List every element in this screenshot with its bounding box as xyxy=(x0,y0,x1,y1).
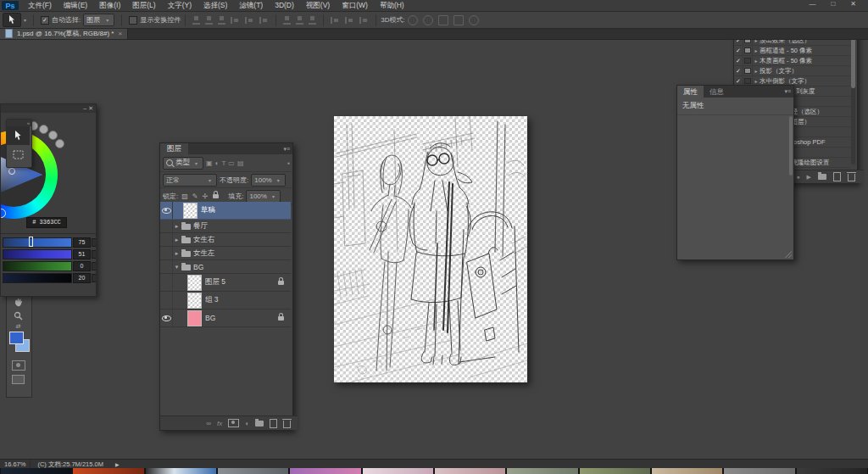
action-name[interactable]: 水中倒影（文字） xyxy=(760,77,810,86)
expand-arrow-icon[interactable] xyxy=(173,223,181,230)
filter-shape-icon[interactable]: ▭ xyxy=(228,159,235,167)
action-row[interactable]: ✓ 投影（文字） xyxy=(734,66,850,76)
slider-value[interactable]: 51 xyxy=(73,249,91,259)
visibility-toggle[interactable] xyxy=(160,220,173,232)
slider-track[interactable] xyxy=(3,273,72,283)
3d-rotate-icon[interactable] xyxy=(408,15,418,25)
actions-scrollbar[interactable] xyxy=(851,27,855,165)
menu-item[interactable]: 图像(I) xyxy=(93,1,126,11)
lock-pixels-icon[interactable]: ✎ xyxy=(192,192,198,200)
tools-panel-collapse-icon[interactable]: » xyxy=(7,120,31,126)
taskbar-thumbnail[interactable] xyxy=(218,468,288,474)
close-tab-icon[interactable]: × xyxy=(118,30,122,37)
tab-properties[interactable]: 属性 xyxy=(677,86,704,98)
new-set-icon[interactable] xyxy=(818,174,826,180)
lock-transparent-icon[interactable]: ▨ xyxy=(181,192,188,200)
3d-drag-icon[interactable] xyxy=(438,15,448,25)
taskbar-thumbnail[interactable] xyxy=(363,468,433,474)
resize-grip[interactable] xyxy=(785,251,792,258)
layer-name[interactable]: 组 3 xyxy=(205,295,291,305)
wheel-button-6[interactable] xyxy=(55,139,64,148)
layer-name[interactable]: BG xyxy=(193,263,291,271)
layer-row[interactable]: 女生右 xyxy=(160,233,291,247)
layer-row[interactable]: BG xyxy=(160,260,291,274)
menu-item[interactable]: 滤镜(T) xyxy=(233,1,269,11)
visibility-toggle[interactable] xyxy=(160,260,173,273)
menu-item[interactable]: 图层(L) xyxy=(126,1,161,11)
taskbar-thumbnail[interactable] xyxy=(146,468,216,474)
wheel-button-4[interactable] xyxy=(39,125,48,134)
visibility-toggle[interactable] xyxy=(160,274,173,291)
blend-mode-dropdown[interactable]: 正常 ▾ xyxy=(163,174,217,187)
menu-item[interactable]: 文件(F) xyxy=(22,1,58,11)
filter-smartobject-icon[interactable]: ▤ xyxy=(237,159,244,167)
taskbar-thumbnail[interactable] xyxy=(290,468,360,474)
3d-scale-icon[interactable] xyxy=(469,15,479,25)
taskbar-thumbnail[interactable] xyxy=(724,468,794,474)
visibility-toggle[interactable] xyxy=(160,233,173,246)
expand-arrow-icon[interactable] xyxy=(753,47,760,53)
delete-action-icon[interactable] xyxy=(848,174,855,181)
expand-arrow-icon[interactable] xyxy=(753,78,760,84)
expand-arrow-icon[interactable] xyxy=(173,264,181,270)
play-icon[interactable]: ▶ xyxy=(807,174,811,181)
layer-thumbnail[interactable] xyxy=(187,275,202,291)
action-check-icon[interactable]: ✓ xyxy=(734,66,743,75)
action-dialog-toggle[interactable] xyxy=(743,46,753,55)
distribute-middle-icon[interactable] xyxy=(296,16,303,25)
window-control-button[interactable]: — xyxy=(809,0,815,8)
panel-menu-icon[interactable]: ▾≡ xyxy=(784,88,793,95)
move-tool-button[interactable] xyxy=(7,126,30,145)
record-icon[interactable]: ● xyxy=(796,174,799,180)
slider-track[interactable] xyxy=(3,249,72,259)
distribute-right-icon[interactable] xyxy=(359,17,369,24)
taskbar-thumbnail[interactable] xyxy=(797,468,867,474)
panel-menu-icon[interactable]: ▾≡ xyxy=(283,146,292,153)
expand-arrow-icon[interactable] xyxy=(753,68,760,74)
new-group-icon[interactable] xyxy=(255,421,264,427)
layer-row[interactable]: 图层 5 xyxy=(160,274,291,292)
filter-type-dropdown[interactable]: 类型 ▾ xyxy=(163,157,203,170)
visibility-toggle[interactable] xyxy=(160,292,173,309)
new-action-icon[interactable] xyxy=(833,172,841,181)
slider-spinner[interactable] xyxy=(92,238,97,247)
layer-name[interactable]: BG xyxy=(205,314,276,322)
add-mask-icon[interactable] xyxy=(228,419,239,427)
link-layers-icon[interactable]: ∞ xyxy=(206,420,211,427)
taskbar-thumbnail[interactable] xyxy=(435,468,505,474)
slider-spinner[interactable] xyxy=(92,274,97,282)
distribute-bottom-icon[interactable] xyxy=(309,16,316,25)
distribute-left-icon[interactable] xyxy=(331,17,340,24)
marquee-tool-button[interactable] xyxy=(7,145,30,164)
layer-row[interactable]: BG xyxy=(160,309,291,327)
menu-item[interactable]: 文字(Y) xyxy=(162,1,198,11)
distribute-center-icon[interactable] xyxy=(345,17,354,24)
expand-arrow-icon[interactable] xyxy=(173,237,181,243)
layer-style-icon[interactable]: fx xyxy=(217,420,222,427)
slider-value[interactable]: 20 xyxy=(73,273,91,283)
action-row[interactable]: ✓ 木质画框 - 50 像素 xyxy=(734,56,850,66)
tool-preset-caret[interactable]: ▾ xyxy=(24,17,26,23)
move-tool-icon[interactable] xyxy=(3,13,21,27)
layer-name[interactable]: 女生左 xyxy=(193,248,291,259)
action-dialog-toggle[interactable] xyxy=(743,66,753,75)
align-bottom-icon[interactable] xyxy=(259,17,269,24)
lock-position-icon[interactable]: ✢ xyxy=(203,192,209,200)
align-left-icon[interactable] xyxy=(192,16,200,25)
align-center-h-icon[interactable] xyxy=(205,16,213,25)
layer-thumbnail[interactable] xyxy=(183,203,198,219)
foreground-color-swatch[interactable] xyxy=(9,332,24,344)
delete-layer-icon[interactable] xyxy=(283,421,291,428)
menu-item[interactable]: 窗口(W) xyxy=(336,1,374,11)
properties-scrollbar[interactable] xyxy=(789,116,793,176)
action-dialog-toggle[interactable] xyxy=(743,56,753,65)
status-expand-icon[interactable]: ▶ xyxy=(110,461,125,467)
canvas[interactable] xyxy=(334,116,527,382)
zoom-tool-button[interactable] xyxy=(7,309,30,322)
align-right-icon[interactable] xyxy=(218,16,225,25)
show-transform-checkbox[interactable] xyxy=(129,16,137,25)
filter-adjustment-icon[interactable]: ◐ xyxy=(215,159,220,167)
visibility-toggle[interactable] xyxy=(160,202,173,219)
layer-row[interactable]: 女生左 xyxy=(160,247,291,260)
visibility-toggle[interactable] xyxy=(160,247,173,259)
